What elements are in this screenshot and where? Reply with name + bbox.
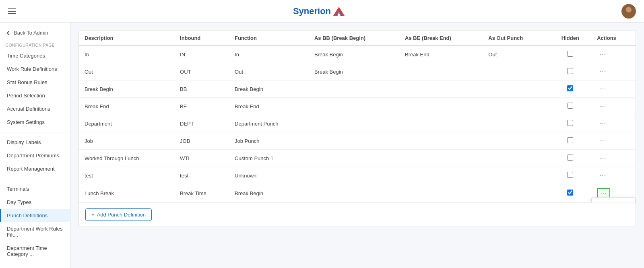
avatar-image [621,4,636,19]
cell-description: Worked Through Lunch [79,150,174,167]
col-as-bb: As BB (Break Begin) [309,31,399,45]
more-actions-button[interactable]: ··· [597,101,609,111]
cell-function: Break Begin [229,80,309,98]
more-actions-button[interactable]: ··· [597,153,609,163]
hidden-checkbox[interactable] [567,68,573,74]
cell-hidden [549,115,592,132]
cell-function: Break End [229,98,309,115]
cell-hidden [549,98,592,115]
user-avatar[interactable] [621,4,636,19]
cell-description: Lunch Break [79,184,174,202]
cell-inbound: OUT [174,63,229,80]
add-punch-definition-button[interactable]: + Add Punch Definition [85,208,152,221]
cell-description: Break Begin [79,80,174,98]
more-actions-button[interactable]: ··· [597,67,609,76]
cell-as-be: Break End [399,45,483,63]
cell-actions: ··· [591,63,636,80]
back-to-admin[interactable]: Back To Admin [0,27,70,39]
cell-as-bb: Break Begin [309,45,399,63]
table-header-row: Description Inbound Function As BB (Brea… [79,31,636,45]
table-row: Break End BE Break End ··· [79,98,636,115]
hidden-checkbox[interactable] [567,190,573,196]
more-actions-button[interactable]: ··· [597,136,609,146]
cell-actions: ··· [591,132,636,150]
cell-function: Job Punch [229,132,309,150]
cell-as-be [399,80,483,98]
add-button-label: Add Punch Definition [97,212,146,218]
back-arrow-icon [6,30,11,36]
cell-as-bb: Break Begin [309,63,399,80]
cell-description: In [79,45,174,63]
hamburger-menu[interactable] [8,8,16,14]
col-actions: Actions [591,31,636,45]
col-function: Function [229,31,309,45]
cell-as-be [399,132,483,150]
sidebar-item-punch-definitions[interactable]: Punch Definitions [0,209,70,222]
cell-as-bb [309,115,399,132]
cell-inbound: DEPT [174,115,229,132]
hidden-checkbox[interactable] [567,137,573,143]
more-actions-button[interactable]: ··· [597,84,609,94]
sidebar-item-work-rule-definitions[interactable]: Work Rule Definitions [0,62,70,76]
sidebar-item-stat-bonus-rules[interactable]: Stat Bonus Rules [0,76,70,89]
cell-actions: ··· [591,167,636,184]
punch-definitions-table: Description Inbound Function As BB (Brea… [79,31,636,202]
hidden-checkbox[interactable] [567,120,573,126]
logo: Synerion [293,6,345,16]
sidebar: Back To Admin CONFIGURATION PAGE Time Ca… [0,23,70,268]
cell-as-bb [309,167,399,184]
sidebar-item-department-premiums[interactable]: Department Premiums [0,149,70,162]
cell-as-be [399,63,483,80]
sidebar-section-label: CONFIGURATION PAGE [0,39,70,49]
hidden-checkbox[interactable] [567,85,573,91]
cell-actions: ··· Edit Delete [591,184,636,202]
cell-inbound: BE [174,98,229,115]
sidebar-item-day-types[interactable]: Day Types [0,196,70,209]
table-row: Out OUT Out Break Begin ··· [79,63,636,80]
sidebar-item-dept-work-rules[interactable]: Department Work Rules Filt... [0,222,70,241]
main-content: Description Inbound Function As BB (Brea… [70,23,644,268]
sidebar-divider-1 [0,132,70,132]
edit-action[interactable]: Edit [592,198,635,202]
col-as-out: As Out Punch [483,31,549,45]
cell-as-out [483,184,549,202]
edit-icon [597,202,603,203]
table-row: Lunch Break Break Time Break Begin ··· E… [79,184,636,202]
add-icon: + [91,212,95,218]
back-label: Back To Admin [14,30,48,36]
cell-actions: ··· [591,150,636,167]
sidebar-item-time-categories[interactable]: Time Categories [0,49,70,62]
cell-inbound: Break Time [174,184,229,202]
cell-description: Break End [79,98,174,115]
sidebar-item-report-management[interactable]: Report Management [0,162,70,175]
cell-as-out [483,98,549,115]
sidebar-item-system-settings[interactable]: System Settings [0,115,70,129]
actions-dropdown: Edit Delete [591,197,636,202]
hidden-checkbox[interactable] [567,103,573,109]
sidebar-item-accrual-definitions[interactable]: Accrual Definitions [0,102,70,115]
cell-actions: ··· [591,98,636,115]
sidebar-item-dept-time-category[interactable]: Department Time Category ... [0,241,70,261]
hidden-checkbox[interactable] [567,51,573,57]
cell-description: test [79,167,174,184]
table-row: Job JOB Job Punch ··· [79,132,636,150]
more-actions-button[interactable]: ··· [597,49,609,59]
col-description: Description [79,31,174,45]
cell-as-out [483,150,549,167]
hidden-checkbox[interactable] [567,172,573,178]
cell-as-out [483,132,549,150]
cell-as-out [483,63,549,80]
cell-actions: ··· [591,80,636,98]
sidebar-item-display-labels[interactable]: Display Labels [0,136,70,149]
svg-point-3 [624,14,634,19]
more-actions-button[interactable]: ··· [597,119,609,128]
cell-function: Break Begin [229,184,309,202]
cell-function: Out [229,63,309,80]
hidden-checkbox[interactable] [567,155,573,161]
sidebar-item-period-selection[interactable]: Period Selection [0,89,70,102]
more-actions-button[interactable]: ··· [597,171,609,180]
table-row: Department DEPT Department Punch ··· [79,115,636,132]
cell-inbound: BB [174,80,229,98]
sidebar-item-terminals[interactable]: Terminals [0,182,70,196]
cell-as-bb [309,184,399,202]
